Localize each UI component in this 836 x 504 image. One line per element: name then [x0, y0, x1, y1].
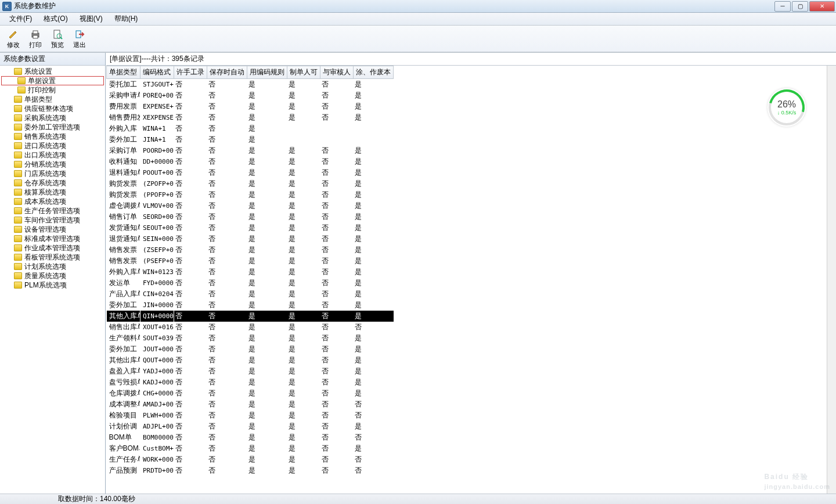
sidebar-item-12[interactable]: 仓存系统选项	[1, 178, 104, 188]
table-row[interactable]: 虚仓调拨单VLMOV+000否否是是否是	[107, 200, 394, 211]
cell: 否	[174, 255, 207, 267]
table-row[interactable]: 发货通知单SEOUT+000否否是是否是	[107, 222, 394, 233]
table-row[interactable]: 收料通知DD+000001否否是是否是	[107, 156, 394, 167]
table-row[interactable]: 销售发票(PSEFP+018否否是是否是	[107, 255, 394, 267]
sidebar-item-6[interactable]: 委外加工管理选项	[1, 123, 104, 132]
data-grid[interactable]: 单据类型编码格式许手工录保存时自动用编码规则制单人可与审核人涂、作废本 委托加工…	[106, 66, 394, 476]
print-button[interactable]: 打印	[26, 27, 45, 51]
sidebar-item-3[interactable]: 单据类型	[1, 95, 104, 104]
table-row[interactable]: 检验项目PLWH+0000否否是是否否	[107, 410, 394, 421]
table-row[interactable]: 销售出库单XOUT+0165否否是是否否	[107, 322, 394, 333]
cell: 否	[320, 178, 354, 189]
cell: 否	[174, 112, 207, 123]
column-header-5[interactable]: 制单人可	[287, 66, 320, 79]
sidebar-item-22[interactable]: 质量系统选项	[1, 271, 104, 280]
cell: 否	[207, 410, 247, 421]
cell: 否	[320, 145, 354, 156]
cell: 否	[320, 355, 354, 366]
sidebar-item-7[interactable]: 销售系统选项	[1, 132, 104, 141]
table-row[interactable]: 退货通知单SEIN+0000否否是是否是	[107, 233, 394, 244]
sidebar-item-1[interactable]: 单据设置	[1, 76, 104, 85]
cell: 否	[320, 233, 354, 244]
sidebar-item-19[interactable]: 作业成本管理选项	[1, 243, 104, 253]
table-row[interactable]: 其他入库单QIN+00004否否是是否是	[107, 311, 394, 322]
table-row[interactable]: 盘盈入库单YADJ+0000否否是是否是	[107, 366, 394, 377]
table-row[interactable]: 外购入库WINA+1否否是	[107, 123, 394, 134]
close-button[interactable]: ✕	[809, 1, 835, 12]
column-header-7[interactable]: 涂、作废本	[354, 66, 394, 79]
table-row[interactable]: 其他出库单QOUT+0000否否是是否是	[107, 355, 394, 366]
cell: 否	[207, 156, 247, 167]
sidebar-item-21[interactable]: 计划系统选项	[1, 262, 104, 271]
table-row[interactable]: 外购入库单WIN+01237否否是是否是	[107, 267, 394, 278]
table-row[interactable]: 生产领料单SOUT+0392否否是是否是	[107, 333, 394, 344]
table-row[interactable]: 购货发票(ZPOFP+000否否是是否是	[107, 178, 394, 189]
table-row[interactable]: 生产任务单WORK+0001否否是是否否	[107, 454, 394, 465]
table-row[interactable]: 成本调整单AMADJ+000否否是是否否	[107, 399, 394, 410]
sidebar-item-18[interactable]: 标准成本管理选项	[1, 234, 104, 243]
table-row[interactable]: 产品预测PRDTD+000否否是是否否	[107, 465, 394, 476]
table-row[interactable]: 仓库调拨单CHG+00003否否是是否是	[107, 388, 394, 399]
table-row[interactable]: 购货发票(PPOFP+003否否是是否是	[107, 189, 394, 200]
column-header-1[interactable]: 编码格式	[140, 66, 174, 79]
preview-button[interactable]: 预览	[48, 27, 67, 51]
cell: 否	[174, 178, 207, 189]
cell: 否	[207, 366, 247, 377]
cell: 是	[247, 267, 287, 278]
sidebar-item-15[interactable]: 生产任务管理选项	[1, 206, 104, 215]
menu-help[interactable]: 帮助(H)	[109, 12, 144, 26]
menu-format[interactable]: 格式(O)	[38, 12, 73, 26]
menu-file[interactable]: 文件(F)	[3, 12, 38, 26]
cell: 是	[354, 366, 394, 377]
vertical-scrollbar[interactable]	[827, 66, 836, 494]
sidebar-item-4[interactable]: 供应链整体选项	[1, 104, 104, 113]
table-row[interactable]: 委外加工JOUT+0000否否是是否是	[107, 344, 394, 355]
table-row[interactable]: 委外加工JINA+1否否是	[107, 134, 394, 145]
table-row[interactable]: 委外加工JIN+00000否否是是否是	[107, 300, 394, 311]
table-row[interactable]: 客户BOM单CustBOM+0否否是是否是	[107, 443, 394, 454]
table-row[interactable]: 销售费用发XEXPENSE+否否是是否是	[107, 112, 394, 123]
maximize-button[interactable]: ▢	[792, 1, 808, 12]
sidebar-item-23[interactable]: PLM系统选项	[1, 280, 104, 290]
table-row[interactable]: 销售订单SEORD+000否否是是否是	[107, 211, 394, 222]
table-row[interactable]: 盘亏毁损单KADJ+0000否否是是否是	[107, 377, 394, 388]
table-row[interactable]: 产品入库单CIN+02049否否是是否是	[107, 289, 394, 300]
column-header-0[interactable]: 单据类型	[107, 66, 140, 79]
table-row[interactable]: 费用发票EXPENSE+0否否是是否是	[107, 101, 394, 112]
grid-wrap[interactable]: 单据类型编码格式许手工录保存时自动用编码规则制单人可与审核人涂、作废本 委托加工…	[106, 66, 836, 494]
sidebar-item-17[interactable]: 设备管理选项	[1, 225, 104, 234]
sidebar-item-8[interactable]: 进口系统选项	[1, 141, 104, 150]
sidebar-item-16[interactable]: 车间作业管理选项	[1, 215, 104, 225]
table-row[interactable]: 委托加工STJGOUT+0否否是是否是	[107, 79, 394, 91]
sidebar-item-13[interactable]: 核算系统选项	[1, 188, 104, 197]
sidebar-item-20[interactable]: 看板管理系统选项	[1, 253, 104, 262]
sidebar-item-9[interactable]: 出口系统选项	[1, 150, 104, 160]
minimize-button[interactable]: ─	[774, 1, 791, 12]
cell: 退货通知单	[107, 233, 140, 244]
menu-view[interactable]: 视图(V)	[74, 12, 109, 26]
cell: 委外加工	[107, 300, 140, 311]
sidebar-item-11[interactable]: 门店系统选项	[1, 169, 104, 178]
table-row[interactable]: 发运单FYD+00000否否是是否是	[107, 278, 394, 289]
table-row[interactable]: BOM单BOM000008否否是是否否	[107, 432, 394, 443]
cell: 否	[207, 377, 247, 388]
table-row[interactable]: 采购订单POORD+001否否是是否是	[107, 145, 394, 156]
exit-button[interactable]: 退出	[70, 27, 89, 51]
sidebar-item-10[interactable]: 分销系统选项	[1, 160, 104, 169]
modify-button[interactable]: 修改	[3, 27, 23, 51]
sidebar-item-0[interactable]: 系统设置	[1, 67, 104, 76]
column-header-2[interactable]: 许手工录	[174, 66, 207, 79]
column-header-4[interactable]: 用编码规则	[247, 66, 287, 79]
table-row[interactable]: 计划价调ADJPL+000否否是是否是	[107, 421, 394, 432]
column-header-3[interactable]: 保存时自动	[207, 66, 247, 79]
table-row[interactable]: 退料通知单POOUT+000否否是是否是	[107, 167, 394, 178]
sidebar-item-14[interactable]: 成本系统选项	[1, 197, 104, 206]
cell: 是	[287, 101, 320, 112]
sidebar-item-2[interactable]: 打印控制	[1, 85, 104, 95]
table-row[interactable]: 销售发票(ZSEFP+000否否是是否是	[107, 244, 394, 255]
table-row[interactable]: 采购申请单POREQ+000否否是是否是	[107, 90, 394, 101]
sidebar-item-5[interactable]: 采购系统选项	[1, 113, 104, 123]
sidebar-tree[interactable]: 系统设置单据设置打印控制单据类型供应链整体选项采购系统选项委外加工管理选项销售系…	[0, 66, 105, 494]
cell: 是	[354, 101, 394, 112]
column-header-6[interactable]: 与审核人	[320, 66, 354, 79]
